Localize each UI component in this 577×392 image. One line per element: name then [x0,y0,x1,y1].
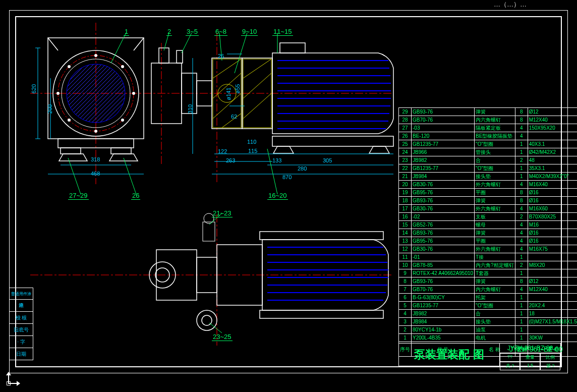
table-row: 24JB966管接头1Ø42/M42X2 [399,148,578,156]
table-row: 10GB78-85内六角?精定螺钉2M8X20 [399,261,578,269]
rev-row-2: 校 核 [9,312,33,324]
table-row: 5GB1235-77"O"型圈120X2.4 [399,302,578,310]
dim-870: 870 [282,174,292,180]
svg-point-21 [121,65,124,68]
table-row: 18GB93-76弹簧8Ø16 [399,197,578,205]
top-cropped-text: …（…）… [494,0,527,9]
dim-200: 200 [47,104,53,114]
balloon-2: 2 [166,28,172,36]
table-row: 23JB982合248 [399,156,578,164]
dim-122: 122 [218,148,227,154]
svg-rect-11 [111,148,131,154]
balloon-26: 26 [131,192,140,200]
svg-point-20 [68,65,71,68]
balloon-21-23: 21~23 [212,209,233,217]
svg-rect-70 [203,222,215,241]
svg-point-18 [56,92,60,95]
table-row: 16-02支板2B70X80X25 [399,213,578,221]
table-row: 15GB52-76螺母4M16 [399,221,578,229]
bom-table: 29GB93-76弹簧8Ø1228GB70-76内六角螺钉8M12X4027-0… [398,107,577,357]
svg-point-23 [121,119,124,122]
table-row: 280YCY14-1b油泵1上海高 [399,326,578,334]
table-row: 4JB982合118 [399,310,578,318]
rev-row-5: 日期 [9,348,33,360]
dim-110: 110 [247,139,256,145]
dim-d55: ø55 [235,84,241,94]
table-row: 12GB30-76外六角螺钉4M16X75 [399,245,578,253]
table-row: 21JB984接头垫1M40X2/M39X2"0" [399,173,578,181]
dim-468: 468 [91,171,100,177]
balloon-6-8: 6~8 [214,28,227,36]
dim-305: 305 [323,157,332,163]
table-row: 20GB30-76外六角螺钉4M16X40 [399,181,578,189]
balloon-9-10: 9~10 [241,28,258,36]
table-row: 17GB30-76外六角螺钉4M16X60 [399,205,578,213]
table-row: 22GB1235-77"O"型圈135X3.1 [399,164,578,173]
dim-620: 620 [31,84,37,93]
svg-line-7 [48,38,58,50]
dim-318: 318 [91,156,100,162]
rev-row-4: · 字 [9,336,33,348]
svg-rect-41 [280,43,305,53]
balloon-1: 1 [124,28,129,36]
table-row: 29GB93-76弹簧8Ø12 [399,108,578,116]
revision-block: 普通用件涂漆 箱 校 核 旧底号 · 字 日期 [9,288,33,373]
drawing-title: 泵装置装配 图 [399,344,500,366]
svg-point-14 [67,64,125,123]
svg-line-37 [243,59,271,78]
svg-line-87 [111,33,126,63]
dim-280: 280 [298,165,307,172]
balloon-23-25: 23~25 [212,333,233,341]
table-row: 25GB1235-77"O"型圈140X3.1 [399,140,578,148]
svg-rect-42 [272,136,393,146]
svg-point-17 [94,130,97,133]
dim-133: 133 [272,157,281,163]
svg-rect-59 [260,232,383,240]
dim-115: 115 [248,148,257,154]
title-cell-0: ?? [500,353,520,362]
table-row: 14GB93-76弹簧4Ø16 [399,229,578,237]
table-row: 6B-G-63(80)CY托架1 [399,294,578,302]
title-cell-4: 1:5 [520,362,540,370]
dim-d141: ø141 [225,87,232,100]
rev-row-0: 普通用件涂漆 [9,288,33,300]
svg-point-19 [132,92,135,95]
svg-rect-58 [260,310,383,318]
svg-line-89 [182,33,192,53]
svg-line-97 [209,323,222,333]
table-row: 8GB93-76弹簧8Ø12 [399,277,578,286]
svg-line-39 [243,93,271,119]
balloon-16-20: 16~20 [267,192,288,200]
table-row: 11-01T接1 [399,253,578,261]
svg-rect-10 [61,148,81,154]
svg-line-38 [243,73,271,98]
balloon-11-15: 11~15 [272,28,293,36]
table-row: 27-03隔板紧定板4150X95X20 [399,124,578,132]
table-row: 3JB984接头垫1(0)M27X1.5/M18X1.5 [399,318,578,326]
svg-line-93 [68,158,81,194]
svg-point-16 [94,54,97,57]
table-row: 13GB95-76平圈4Ø16 [399,237,578,245]
svg-point-22 [68,119,71,122]
svg-line-8 [134,38,144,50]
rev-row-1: 箱 [9,300,33,312]
dim-310: 310 [187,104,193,114]
svg-line-94 [124,158,136,194]
balloon-3-5: 3~5 [186,28,199,36]
svg-line-95 [267,149,277,194]
table-row: 1Y200L-4B35电机130KW山?电力 [399,334,578,342]
table-row: 28GB70-76内六角螺钉8M12X40 [399,116,578,124]
table-row: 19GB95-76平圈8Ø16 [399,189,578,197]
dim-62: 62 [231,114,237,120]
svg-point-60 [197,310,217,330]
title-cell-2: 比例 [540,353,560,362]
table-row: 26BE-120BE型橡胶隔振垫4九峰 [399,132,578,140]
dim-26: 26 [218,53,224,59]
balloon-27-29: 27~29 [68,192,89,200]
rev-row-3: 旧底号 [9,324,33,336]
ucs-icon [4,373,19,388]
title-cell-3: 共 ? [500,362,520,370]
table-row: 7GB70-76内六角螺钉4M12X40 [399,286,578,294]
table-row: 9ROTEX-42 A40662A95010T套器1成被装 [399,269,578,277]
drawing-number-top: JYZH-961-BZ-00 [509,345,563,353]
